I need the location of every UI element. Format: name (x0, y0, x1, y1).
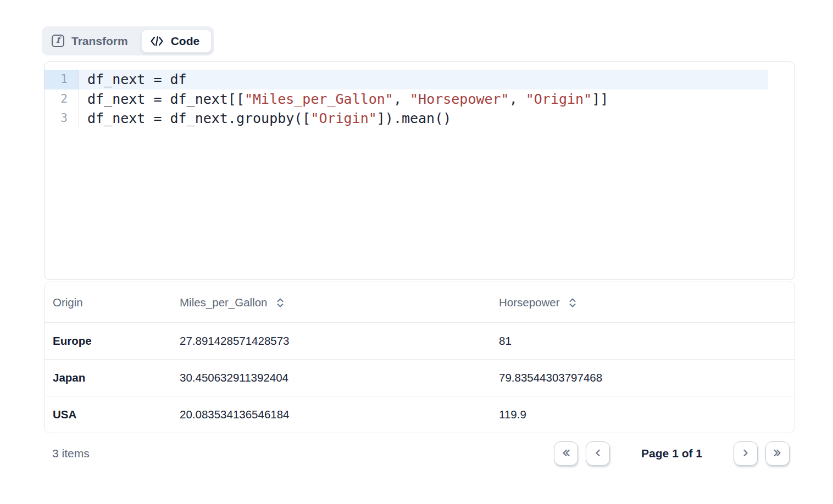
tab-code-label: Code (171, 35, 200, 48)
tab-code[interactable]: Code (141, 30, 212, 53)
table-row: Europe27.89142857142857381 (45, 322, 795, 359)
value-cell: 30.450632911392404 (180, 371, 499, 384)
next-page-button[interactable] (734, 441, 758, 466)
table-row: USA20.083534136546184119.9 (45, 396, 795, 433)
column-header-miles_per_gallon[interactable]: Miles_per_Gallon (180, 296, 499, 309)
table-row: Japan30.45063291139240479.83544303797468 (45, 359, 795, 396)
sort-chevrons-icon[interactable] (276, 297, 285, 309)
code-brackets-icon (150, 35, 164, 47)
column-header-label: Miles_per_Gallon (180, 296, 268, 309)
code-token: , (393, 91, 410, 107)
code-line[interactable]: 2df_next = df_next[["Miles_per_Gallon", … (45, 89, 795, 109)
code-token: , (509, 91, 526, 107)
column-header-label: Horsepower (499, 296, 560, 309)
code-token: df_next = df (87, 71, 187, 87)
value-cell: 27.891428571428573 (180, 334, 499, 348)
table-header-row: OriginMiles_per_GallonHorsepower (45, 282, 795, 322)
value-cell: 81 (499, 334, 795, 348)
row-label-cell: Japan (53, 371, 180, 384)
items-count: 3 items (52, 447, 90, 460)
code-token: ]] (592, 91, 608, 107)
string-token: "Miles_per_Gallon" (245, 91, 393, 107)
code-token: ]).mean() (377, 110, 451, 126)
row-label-cell: USA (53, 408, 180, 421)
value-cell: 119.9 (499, 408, 795, 421)
double-chevron-right-icon (771, 446, 784, 461)
table-body: Europe27.89142857142857381Japan30.450632… (45, 322, 795, 433)
code-lines: 1df_next = df2df_next = df_next[["Miles_… (45, 70, 795, 128)
string-token: "Origin" (526, 91, 592, 107)
table-footer: 3 items Page 1 of 1 (44, 440, 795, 467)
code-line-content: df_next = df_next[["Miles_per_Gallon", "… (79, 89, 768, 109)
tab-transform-label: Transform (71, 35, 128, 48)
column-header-horsepower[interactable]: Horsepower (499, 296, 795, 309)
scrollbar-gutter (768, 89, 795, 109)
code-editor[interactable]: 1df_next = df2df_next = df_next[["Miles_… (44, 61, 795, 280)
code-line-content: df_next = df_next.groupby(["Origin"]).me… (79, 109, 768, 128)
result-table: OriginMiles_per_GallonHorsepower Europe2… (44, 282, 795, 433)
page-indicator: Page 1 of 1 (641, 447, 702, 460)
code-line[interactable]: 1df_next = df (45, 70, 795, 89)
view-toggle: f Transform Code (42, 26, 214, 55)
scrollbar-gutter (768, 70, 795, 89)
string-token: "Origin" (310, 110, 376, 126)
code-token: df_next = df_next.groupby([ (87, 110, 310, 126)
row-label-cell: Europe (53, 334, 180, 348)
value-cell: 79.83544303797468 (499, 371, 795, 384)
tab-transform[interactable]: f Transform (45, 35, 141, 48)
last-page-button[interactable] (765, 441, 790, 466)
function-icon: f (52, 35, 64, 47)
double-chevron-left-icon (559, 446, 573, 461)
first-page-button[interactable] (554, 441, 578, 466)
column-header-label: Origin (53, 296, 83, 309)
value-cell: 20.083534136546184 (180, 408, 499, 421)
code-line[interactable]: 3df_next = df_next.groupby(["Origin"]).m… (45, 109, 795, 128)
code-line-content: df_next = df (79, 70, 768, 89)
chevron-right-icon (739, 446, 752, 461)
sort-chevrons-icon[interactable] (568, 297, 577, 309)
line-number: 1 (45, 70, 79, 89)
chevron-left-icon (591, 446, 604, 461)
string-token: "Horsepower" (410, 91, 509, 107)
code-token: df_next = df_next[[ (87, 91, 245, 107)
line-number: 2 (45, 89, 79, 109)
pagination: Page 1 of 1 (554, 441, 790, 466)
line-number: 3 (45, 109, 79, 128)
scrollbar-gutter (768, 109, 795, 128)
column-header-origin: Origin (53, 296, 180, 309)
previous-page-button[interactable] (586, 441, 610, 466)
